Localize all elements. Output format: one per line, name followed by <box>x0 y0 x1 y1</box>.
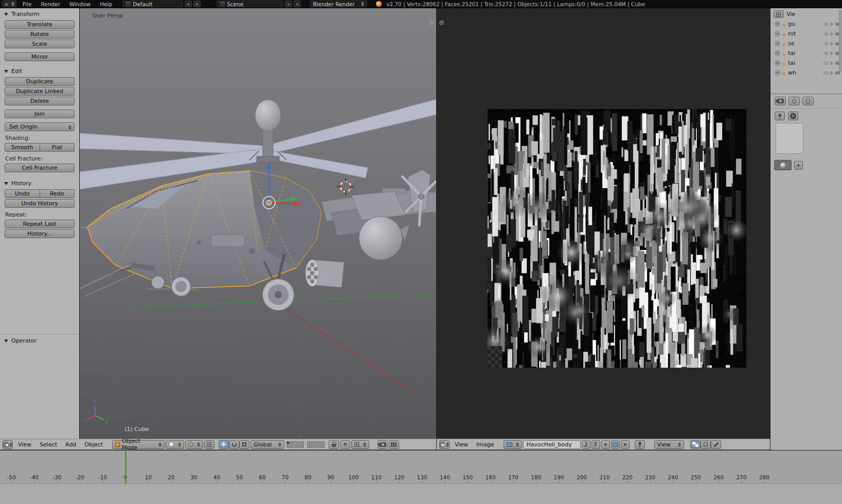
outliner-item[interactable]: +▲wh <box>771 68 842 78</box>
selectability-arrow-icon[interactable] <box>831 61 833 65</box>
timeline-playhead[interactable] <box>125 451 127 483</box>
manipulator-translate-toggle[interactable] <box>219 440 229 449</box>
mode-value[interactable]: Object Mode <box>122 438 156 451</box>
mode-selector[interactable]: Object Mode <box>112 440 165 449</box>
outliner-item[interactable]: +▲tai <box>771 58 842 68</box>
undo-history-button[interactable]: Undo History <box>5 199 75 208</box>
layers-widget-right[interactable] <box>307 441 325 448</box>
screen-layout-value[interactable]: Default <box>133 1 152 7</box>
image-users-button[interactable]: 2 <box>582 440 590 449</box>
fake-user-button[interactable]: F <box>592 440 600 449</box>
cell-fracture-button[interactable]: Cell Fracture <box>5 164 75 172</box>
editor-mode-selector[interactable]: View <box>654 440 684 449</box>
viewport-shading-selector[interactable] <box>166 440 184 449</box>
expand-icon[interactable]: + <box>775 50 780 56</box>
menu-image[interactable]: Image <box>472 441 498 448</box>
scene-selector[interactable]: Scene <box>217 1 283 7</box>
mirror-button[interactable]: Mirror <box>5 52 75 61</box>
delete-layout-button[interactable]: × <box>193 1 201 7</box>
image-name-field[interactable]: HavocHeli_body <box>523 440 581 449</box>
panel-header-history[interactable]: History <box>0 177 79 188</box>
outliner-item-label[interactable]: tai <box>788 50 821 57</box>
expand-icon[interactable]: + <box>775 60 780 66</box>
menu-object[interactable]: Object <box>80 441 107 448</box>
screen-layout-selector[interactable]: Default <box>122 1 183 7</box>
set-origin-dropdown[interactable]: Set Origin <box>5 122 75 131</box>
panel-header-edit[interactable]: Edit <box>0 65 79 76</box>
menu-window[interactable]: Window <box>65 1 95 7</box>
snap-element-selector[interactable] <box>351 440 369 449</box>
join-button[interactable]: Join <box>5 110 75 118</box>
undo-button[interactable]: Undo <box>5 189 40 198</box>
unlink-image-button[interactable]: × <box>621 440 630 449</box>
visibility-eye-icon[interactable] <box>823 23 829 26</box>
layers-widget-left[interactable] <box>286 441 304 448</box>
expand-icon[interactable]: + <box>775 21 780 27</box>
transform-orientation-selector[interactable]: Global <box>250 440 284 449</box>
delete-button[interactable]: Delete <box>5 97 75 105</box>
lock-to-scene-toggle[interactable] <box>329 440 339 449</box>
render-engine-selector[interactable]: Blender Render <box>310 1 367 7</box>
image-name-value[interactable]: HavocHeli_body <box>527 441 572 448</box>
scene-value[interactable]: Scene <box>227 1 243 7</box>
outliner-item[interactable]: +▲rot <box>771 29 842 39</box>
delete-scene-button[interactable]: × <box>294 1 301 7</box>
outliner-item[interactable]: +▲gu <box>771 19 842 29</box>
snap-toggle[interactable]: ∪ <box>340 440 350 449</box>
expand-icon[interactable]: + <box>775 41 780 46</box>
area-split-widget[interactable]: ⊕ <box>439 19 444 26</box>
outliner-scrollbar[interactable] <box>839 10 841 72</box>
selectability-arrow-icon[interactable] <box>831 51 833 56</box>
repeat-last-button[interactable]: Repeat Last <box>5 220 75 228</box>
uv-image-canvas[interactable] <box>488 109 746 368</box>
translate-button[interactable]: Translate <box>5 20 75 29</box>
menu-select[interactable]: Select <box>35 441 61 448</box>
visibility-eye-icon[interactable] <box>823 42 829 45</box>
selectability-arrow-icon[interactable] <box>831 71 833 75</box>
render-engine-value[interactable]: Blender Render <box>313 1 354 7</box>
pivot-point-selector[interactable] <box>185 440 203 449</box>
outliner-item-label[interactable]: rot <box>788 30 821 37</box>
helicopter-object[interactable] <box>80 99 436 311</box>
menu-view[interactable]: View <box>451 441 472 448</box>
manipulator-rotate-toggle[interactable] <box>229 440 239 449</box>
add-layout-button[interactable]: + <box>185 1 192 7</box>
scale-button[interactable]: Scale <box>5 40 75 48</box>
add-material-slot-button[interactable]: + <box>794 161 803 170</box>
render-tab[interactable] <box>775 97 786 105</box>
fuselage[interactable] <box>80 171 321 296</box>
uv-mode-value[interactable]: View <box>657 441 671 448</box>
image-paint-button[interactable] <box>711 440 721 449</box>
menu-view[interactable]: View <box>14 441 35 448</box>
editor-type-button[interactable] <box>439 440 450 449</box>
outliner-item-label[interactable]: tai <box>788 60 821 66</box>
outliner-item-label[interactable]: gu <box>788 21 821 27</box>
tool-settings-button[interactable]: ⚙ <box>788 112 798 120</box>
duplicate-button[interactable]: Duplicate <box>5 77 75 86</box>
area-split-widget[interactable]: ⊕ <box>428 19 434 26</box>
pin-id-toggle[interactable] <box>775 112 785 120</box>
menu-file[interactable]: File <box>18 1 37 7</box>
world-tab[interactable] <box>789 97 800 105</box>
open-image-button[interactable] <box>611 440 620 449</box>
outliner-top-row[interactable]: Vie <box>771 8 842 19</box>
outliner-item[interactable]: +▲se <box>771 39 842 48</box>
shade-smooth-button[interactable]: Smooth <box>5 143 40 152</box>
menu-help[interactable]: Help <box>95 1 117 7</box>
history-button[interactable]: History... <box>5 229 75 238</box>
orientation-value[interactable]: Global <box>254 441 272 448</box>
new-image-button[interactable]: + <box>601 440 610 449</box>
material-slot[interactable] <box>774 160 792 170</box>
display-channels-button[interactable] <box>690 440 701 449</box>
opengl-render-anim-button[interactable] <box>389 440 399 449</box>
panel-header-transform[interactable]: Transform <box>0 8 79 19</box>
image-pin-toggle[interactable] <box>635 440 645 449</box>
add-scene-button[interactable]: + <box>285 1 292 7</box>
selectability-arrow-icon[interactable] <box>831 22 833 26</box>
rotate-button[interactable]: Rotate <box>5 30 75 39</box>
outliner-top-label[interactable]: Vie <box>786 11 795 17</box>
visibility-eye-icon[interactable] <box>823 32 829 35</box>
visibility-eye-icon[interactable] <box>823 71 829 75</box>
viewport-3d[interactable]: z y User Persp (1) Cube ⊕ <box>80 8 436 439</box>
visibility-eye-icon[interactable] <box>823 62 829 65</box>
